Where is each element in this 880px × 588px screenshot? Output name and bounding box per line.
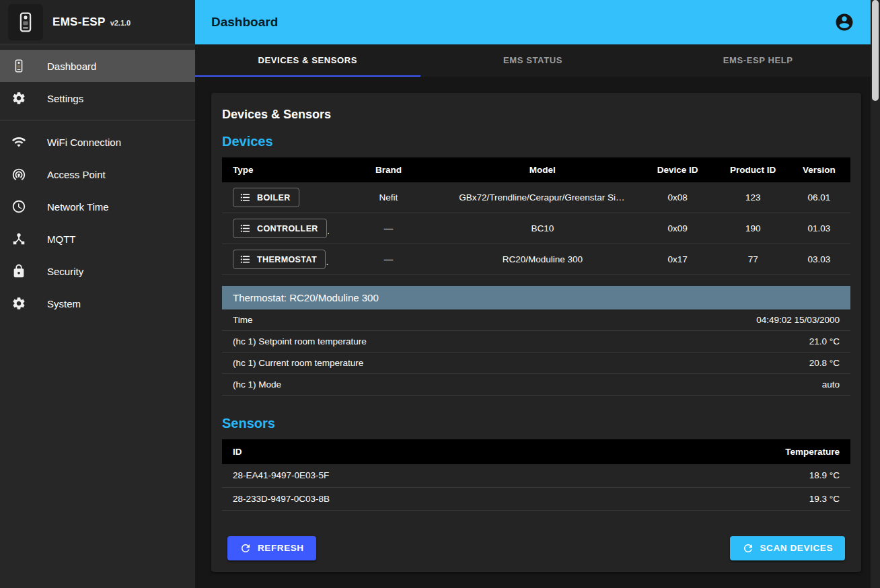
sidebar-item-label: Network Time <box>47 201 109 213</box>
tab-ems-status[interactable]: EMS STATUS <box>420 44 646 77</box>
sidebar-item-label: MQTT <box>47 233 76 245</box>
sidebar-item-system[interactable]: System <box>0 287 195 320</box>
sidebar-header: EMS-ESP v2.1.0 <box>0 0 195 44</box>
appbar: Dashboard <box>195 0 871 44</box>
device-type-label: BOILER <box>257 193 291 203</box>
boiler-button[interactable]: BOILER <box>233 188 299 207</box>
sidebar-item-security[interactable]: Security <box>0 255 195 287</box>
sidebar-item-mqtt[interactable]: MQTT <box>0 223 195 255</box>
col-temperature: Temperature <box>662 439 850 464</box>
app-logo <box>8 4 43 40</box>
sensors-table: ID Temperature 28-EA41-9497-0E03-5F 18.9… <box>222 439 850 511</box>
app-name: EMS-ESP <box>52 15 106 29</box>
sidebar-item-label: Settings <box>47 93 83 104</box>
sidebar-item-label: WiFi Connection <box>47 137 121 148</box>
sidebar-item-wifi-connection[interactable]: WiFi Connection <box>0 126 195 158</box>
account-button[interactable] <box>833 11 856 34</box>
attr-label: (hc 1) Current room temperature <box>233 358 363 368</box>
refresh-icon <box>742 542 754 554</box>
wifi-icon <box>11 134 27 150</box>
main-area: Dashboard DEVICES & SENSORS EMS STATUS E… <box>195 0 871 588</box>
clock-icon <box>11 198 27 215</box>
sidebar-nav: Dashboard Settings WiFi Connection Acces… <box>0 44 195 325</box>
page-title: Dashboard <box>211 15 833 30</box>
actions-row: REFRESH SCAN DEVICES <box>222 536 850 560</box>
thermostat-attr-row: (hc 1) Current room temperature 20.8 °C <box>222 353 850 374</box>
device-type-label: THERMOSTAT <box>257 255 317 264</box>
device-hub-icon <box>11 231 27 247</box>
col-product-id: Product ID <box>719 157 788 182</box>
refresh-button[interactable]: REFRESH <box>227 536 316 560</box>
attr-label: (hc 1) Mode <box>233 379 281 390</box>
scan-devices-button[interactable]: SCAN DEVICES <box>730 536 845 560</box>
tab-ems-esp-help[interactable]: EMS-ESP HELP <box>645 44 871 77</box>
device-version: 01.03 <box>788 213 850 244</box>
system-gear-icon <box>11 295 27 311</box>
device-row-thermostat: THERMOSTAT — RC20/Moduline 300 0x17 77 0… <box>222 244 850 275</box>
list-icon <box>240 223 251 234</box>
device-model: GBx72/Trendline/Cerapur/Greenstar Si/27i <box>448 182 636 213</box>
device-version: 03.03 <box>788 244 850 275</box>
col-device-id: Device ID <box>636 157 718 182</box>
thermostat-button[interactable]: THERMOSTAT <box>233 250 326 269</box>
list-icon <box>240 254 251 265</box>
scrollbar-track[interactable] <box>871 0 880 588</box>
refresh-icon <box>240 542 252 554</box>
device-brand: — <box>329 213 448 244</box>
sidebar-item-label: Security <box>47 266 83 277</box>
sidebar: EMS-ESP v2.1.0 Dashboard Settings <box>0 0 195 588</box>
device-product-id: 190 <box>719 213 788 244</box>
attr-value: 04:49:02 15/03/2000 <box>756 315 840 325</box>
device-product-id: 123 <box>719 182 788 213</box>
sidebar-item-network-time[interactable]: Network Time <box>0 190 195 223</box>
dashboard-device-icon <box>11 58 27 74</box>
ems-esp-device-icon <box>14 11 37 34</box>
device-brand: — <box>329 244 448 275</box>
sensor-id: 28-233D-9497-0C03-8B <box>222 487 662 510</box>
sidebar-item-label: System <box>47 298 81 309</box>
attr-label: Time <box>233 315 253 325</box>
device-brand: Nefit <box>329 182 448 213</box>
tab-devices-sensors[interactable]: DEVICES & SENSORS <box>195 44 420 77</box>
col-version: Version <box>788 157 850 182</box>
device-type-label: CONTROLLER <box>257 224 318 233</box>
sensor-id: 28-EA41-9497-0E03-5F <box>222 464 662 487</box>
devices-sensors-card: Devices & Sensors Devices Type Brand Mod… <box>211 93 861 572</box>
sidebar-item-label: Access Point <box>47 169 106 180</box>
sensors-table-header: ID Temperature <box>222 439 850 464</box>
access-point-icon <box>11 166 27 182</box>
gear-icon <box>11 90 27 106</box>
sidebar-item-access-point[interactable]: Access Point <box>0 158 195 190</box>
thermostat-attr-row: (hc 1) Setpoint room temperature 21.0 °C <box>222 331 850 353</box>
attr-label: (hc 1) Setpoint room temperature <box>233 336 367 346</box>
account-circle-icon <box>834 12 854 32</box>
devices-table-header: Type Brand Model Device ID Product ID Ve… <box>222 157 850 182</box>
sidebar-divider <box>0 120 195 120</box>
device-row-boiler: BOILER Nefit GBx72/Trendline/Cerapur/Gre… <box>222 182 850 213</box>
thermostat-attr-row: (hc 1) Mode auto <box>222 374 850 396</box>
device-id: 0x08 <box>636 182 718 213</box>
refresh-button-label: REFRESH <box>258 543 304 553</box>
sensor-temperature: 19.3 °C <box>662 487 850 510</box>
device-model: RC20/Moduline 300 <box>448 244 636 275</box>
col-brand: Brand <box>329 157 448 182</box>
sidebar-item-dashboard[interactable]: Dashboard <box>0 50 195 82</box>
scrollbar-thumb[interactable] <box>872 0 879 101</box>
col-model: Model <box>448 157 636 182</box>
sidebar-item-settings[interactable]: Settings <box>0 82 195 114</box>
devices-heading: Devices <box>222 134 850 149</box>
scan-devices-button-label: SCAN DEVICES <box>760 543 833 553</box>
tab-bar: DEVICES & SENSORS EMS STATUS EMS-ESP HEL… <box>195 44 871 77</box>
devices-table: Type Brand Model Device ID Product ID Ve… <box>222 157 850 275</box>
attr-value: 20.8 °C <box>809 358 840 368</box>
lock-icon <box>11 263 27 279</box>
device-id: 0x09 <box>636 213 718 244</box>
controller-button[interactable]: CONTROLLER <box>233 219 327 238</box>
col-sensor-id: ID <box>222 439 662 464</box>
list-icon <box>240 192 251 203</box>
sensor-row: 28-233D-9497-0C03-8B 19.3 °C <box>222 487 850 510</box>
device-row-controller: CONTROLLER — BC10 0x09 190 01.03 <box>222 213 850 244</box>
sidebar-item-label: Dashboard <box>47 61 96 72</box>
sensor-row: 28-EA41-9497-0E03-5F 18.9 °C <box>222 464 850 487</box>
device-version: 06.01 <box>788 182 850 213</box>
